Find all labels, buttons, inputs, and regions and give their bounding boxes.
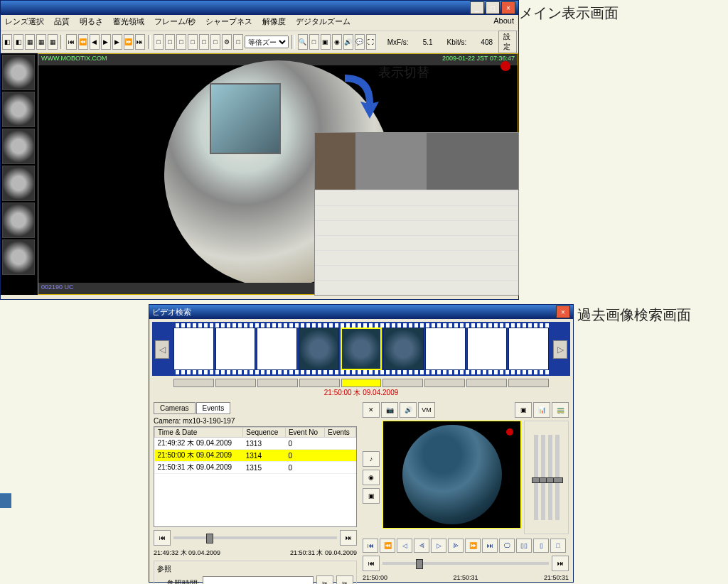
camera-thumb[interactable] [2,202,35,238]
maximize-button[interactable]: □ [486,1,500,14]
slider-start-btn[interactable]: ⏮ [363,556,380,571]
tick[interactable] [382,379,423,387]
toolbar-btn[interactable]: □ [210,34,220,50]
toolbar-prev-btn[interactable]: ⏪ [78,34,88,50]
menu-exposure[interactable]: 蓄光領域 [113,16,144,29]
tick[interactable] [173,379,214,387]
tick[interactable] [424,379,465,387]
table-row[interactable]: 21:50:31 木 09.04.200913150 [155,462,356,474]
search-close-button[interactable]: × [556,305,570,318]
menu-lens[interactable]: レンズ選択 [5,16,44,29]
table-header[interactable]: Time & Date [155,428,243,438]
toolbar-btn[interactable]: 🔊 [343,34,353,50]
toolbar-btn[interactable]: 💬 [355,34,365,50]
toolbar-btn[interactable]: ▦ [48,34,58,50]
cut-icon[interactable]: ✂ [336,575,353,584]
vm-btn[interactable]: VM [418,402,435,418]
timeline-slider[interactable] [173,536,337,539]
camera-icon[interactable]: 📷 [381,402,398,418]
settings-tab[interactable]: 設定 [498,31,517,53]
side-btn[interactable]: ♪ [363,451,380,467]
tab-events[interactable]: Events [196,402,231,414]
toolbar-btn[interactable]: □ [154,34,164,50]
tab-cameras[interactable]: Cameras [154,402,196,414]
preview-slider[interactable] [382,562,549,565]
menu-sharpness[interactable]: シャープネス [205,16,252,29]
vertical-slider[interactable] [555,435,560,520]
tick[interactable] [508,379,549,387]
toolbar-btn[interactable]: □ [176,34,186,50]
filmstrip-frame[interactable] [508,328,549,370]
pb-first-btn[interactable]: ⏮ [363,539,378,553]
pb-step-back-btn[interactable]: ⫷ [414,539,429,553]
slider-end-btn[interactable]: ⏭ [552,556,569,571]
toolbar-btn[interactable]: ⛶ [366,34,376,50]
filmstrip-frame[interactable] [425,328,466,370]
side-btn[interactable]: ▣ [363,488,380,504]
pb-pause-btn[interactable]: ▯ [533,539,549,553]
filmstrip-prev-button[interactable]: ◁ [155,340,169,359]
preview-pane[interactable] [382,421,521,529]
table-header[interactable]: Event No [285,428,324,438]
filmstrip-frame[interactable] [215,328,256,370]
filmstrip-frame[interactable] [173,328,214,370]
toolbar-first-btn[interactable]: ⏮ [66,34,76,50]
pb-play-btn[interactable]: ▷ [431,539,446,553]
toolbar-btn[interactable]: □ [165,34,175,50]
camera-thumb[interactable] [2,129,35,164]
close-button[interactable]: × [501,1,515,14]
filmstrip-next-button[interactable]: ▷ [553,340,567,359]
menu-fps[interactable]: フレーム/秒 [154,16,196,29]
camera-thumb[interactable] [2,239,35,275]
pb-rewind-btn[interactable]: ⏪ [380,539,395,553]
toolbar-btn[interactable]: ▦ [25,34,35,50]
tick[interactable] [466,379,507,387]
table-row[interactable]: 21:50:00 木 09.04.200913140 [155,450,356,462]
pb-back-btn[interactable]: ◁ [397,539,412,553]
toolbar-btn[interactable]: ▦ [36,34,46,50]
toolbar-btn[interactable]: □ [188,34,198,50]
slider-start-btn[interactable]: ⏮ [154,530,171,546]
filmstrip-frame[interactable] [467,328,508,370]
tick-selected[interactable] [341,379,382,387]
pb-fwd-btn[interactable]: ⏩ [465,539,481,553]
minimize-button[interactable]: _ [470,1,484,14]
toolbar-btn[interactable]: □ [233,34,243,50]
table-header[interactable]: Sequence [243,428,286,438]
tool-btn[interactable]: 🚃 [552,402,569,418]
pb-mode-btn[interactable]: ▯▯ [516,539,532,553]
tick[interactable] [257,379,298,387]
rec-time-input[interactable] [203,576,314,584]
toolbar-back-btn[interactable]: ◀ [90,34,100,50]
toolbar-btn[interactable]: ▣ [321,34,331,50]
filmstrip-frame-selected[interactable] [341,328,382,370]
side-btn[interactable]: ◉ [363,470,380,485]
tool-btn[interactable]: ▣ [515,402,532,418]
toolbar-btn[interactable]: ◧ [2,34,12,50]
menu-brightness[interactable]: 明るさ [80,16,103,29]
table-header[interactable]: Events [325,428,356,438]
vertical-slider[interactable] [541,435,545,520]
toolbar-btn[interactable]: □ [309,34,319,50]
menu-resolution[interactable]: 解像度 [262,16,286,29]
toolbar-btn[interactable]: □ [199,34,209,50]
scissors-icon[interactable]: ✂ [316,575,333,584]
filmstrip-frame[interactable] [299,328,339,370]
camera-thumb[interactable] [2,92,35,127]
pb-step-fwd-btn[interactable]: ⫸ [448,539,464,553]
menu-quality[interactable]: 品質 [54,16,70,29]
slider-end-btn[interactable]: ⏭ [340,530,357,546]
toolbar-btn[interactable]: ⚙ [222,34,232,50]
pb-display-btn[interactable]: 🖵 [499,539,515,553]
menu-about[interactable]: About [493,16,514,29]
speaker-icon[interactable]: 🔊 [400,402,417,418]
zoom-select[interactable]: 等倍ズー [245,36,289,48]
tick[interactable] [299,379,340,387]
event-table[interactable]: Time & DateSequenceEvent NoEvents21:49:3… [154,426,357,527]
filmstrip-frame[interactable] [257,328,297,370]
vertical-slider[interactable] [548,435,552,520]
vertical-slider[interactable] [534,435,538,520]
camera-thumb[interactable] [2,166,35,201]
toolbar-play-btn[interactable]: ▶ [101,34,111,50]
pb-stop-btn[interactable]: □ [550,539,566,553]
